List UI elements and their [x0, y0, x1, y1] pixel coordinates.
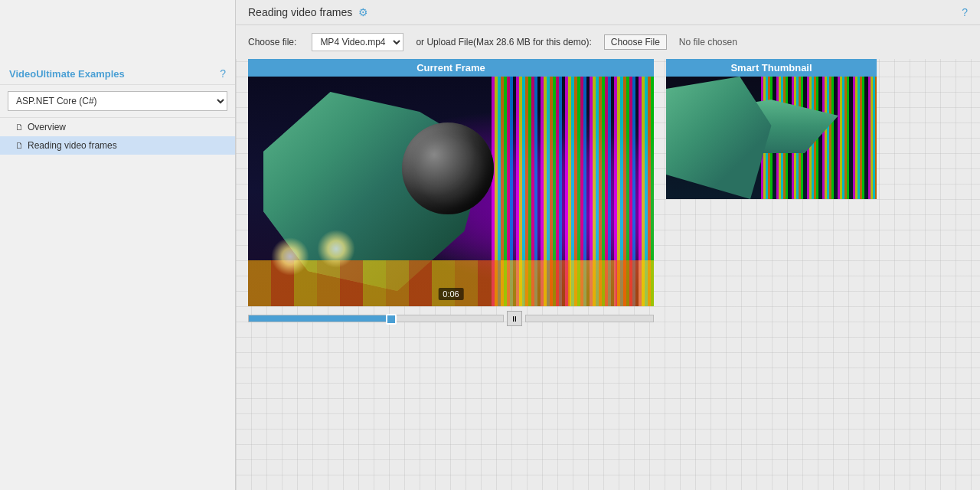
main-header: Reading video frames ⚙ ? [236, 0, 980, 25]
video-frame[interactable]: 0:06 [248, 77, 654, 306]
sidebar-header: VideoUltimate Examples ? [0, 61, 235, 85]
thumbnail-header: Smart Thumbnail [666, 59, 877, 77]
framework-dropdown[interactable]: ASP.NET Core (C#) ASP.NET (C#) ASP.NET (… [8, 91, 227, 111]
settings-icon[interactable]: ⚙ [358, 6, 368, 18]
thumbnail-frame [666, 77, 877, 199]
sidebar-item-reading-video-frames[interactable]: 🗋 Reading video frames [0, 136, 235, 155]
choose-file-label: Choose file: [248, 37, 296, 47]
timestamp-badge: 0:06 [438, 288, 463, 300]
sidebar-title: VideoUltimate Examples [9, 68, 125, 80]
page-title: Reading video frames [248, 6, 352, 18]
main-title-row: Reading video frames ⚙ [248, 6, 368, 18]
panels-row: Current Frame 0:06 ⏸ S [236, 59, 980, 490]
sidebar-nav: 🗋 Overview 🗋 Reading video frames [0, 118, 235, 490]
current-frame-panel: Current Frame 0:06 ⏸ [248, 59, 654, 490]
play-pause-button[interactable]: ⏸ [507, 311, 522, 326]
sphere-object [402, 122, 494, 214]
file-icon-active: 🗋 [15, 141, 24, 150]
sidebar-item-overview[interactable]: 🗋 Overview [0, 118, 235, 136]
choose-file-button[interactable]: Choose File [604, 34, 667, 50]
controls-row: Choose file: MP4 Video.mp4 AVI Video.avi… [236, 25, 980, 59]
sidebar: VideoUltimate Examples ? ASP.NET Core (C… [0, 0, 236, 490]
current-frame-header: Current Frame [248, 59, 654, 77]
smart-thumbnail-panel: Smart Thumbnail [666, 59, 877, 490]
file-icon: 🗋 [15, 122, 24, 132]
scrubber-handle[interactable] [386, 314, 397, 325]
no-file-chosen-text: No file chosen [679, 37, 737, 47]
video-file-dropdown[interactable]: MP4 Video.mp4 AVI Video.avi MKV Video.mk… [312, 33, 403, 51]
stage-light-2 [317, 230, 355, 268]
main-content: Reading video frames ⚙ ? Choose file: MP… [236, 0, 980, 490]
scrubber-fill [249, 315, 389, 322]
sidebar-item-overview-label: Overview [28, 122, 66, 132]
scrubber-track[interactable] [248, 315, 504, 322]
scrubber-row: ⏸ [248, 306, 654, 326]
help-icon[interactable]: ? [962, 6, 968, 18]
upload-label: or Upload File(Max 28.6 MB for this demo… [416, 37, 591, 47]
sidebar-dropdown-container: ASP.NET Core (C#) ASP.NET (C#) ASP.NET (… [0, 85, 235, 118]
stage-light-1 [271, 237, 309, 276]
scrubber-track-2[interactable] [525, 315, 654, 322]
sidebar-help-icon[interactable]: ? [220, 67, 226, 80]
sidebar-item-reading-label: Reading video frames [28, 140, 117, 151]
